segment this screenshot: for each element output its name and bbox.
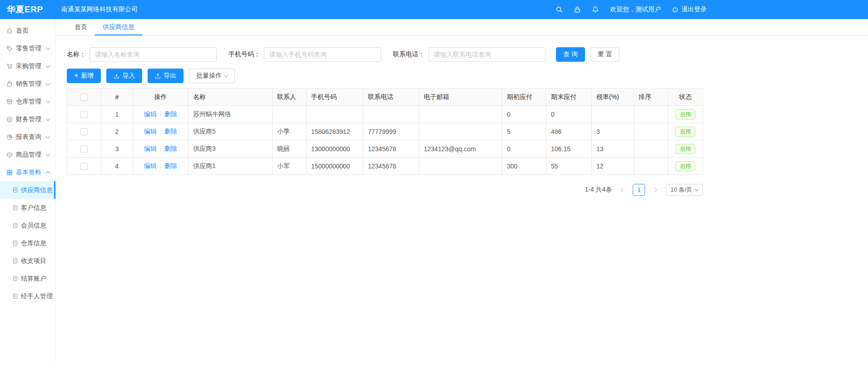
col-tel: 联系电话 xyxy=(363,89,419,106)
bell-icon[interactable] xyxy=(592,6,599,13)
row-checkbox[interactable] xyxy=(80,111,88,118)
tel-filter-input[interactable] xyxy=(428,47,546,62)
cell-phone xyxy=(307,106,363,123)
sidebar-subitem-warehouse-info[interactable]: 仓库信息 xyxy=(0,234,55,252)
edit-link[interactable]: 编辑 xyxy=(144,162,157,169)
sidebar-item-label: 采购管理 xyxy=(16,62,41,70)
sidebar-subitem-handler-management[interactable]: 经手人管理 xyxy=(0,287,55,305)
sidebar-subitem-supplier-info[interactable]: 供应商信息 xyxy=(0,181,55,199)
sidebar-item-retail[interactable]: 零售管理 xyxy=(0,40,55,57)
status-badge[interactable]: 启用 xyxy=(675,161,695,171)
sidebar-subitem-income-expense[interactable]: 收支项目 xyxy=(0,252,55,270)
export-button[interactable]: 导出 xyxy=(148,69,184,83)
chevron-left-icon xyxy=(621,188,625,192)
export-icon xyxy=(155,73,161,79)
import-button[interactable]: 导入 xyxy=(106,69,142,83)
divider xyxy=(160,146,161,152)
table-row: 4 编辑删除 供应商1 小军 15000000000 12345678 300 … xyxy=(67,158,703,175)
sidebar-item-home[interactable]: 首页 xyxy=(0,22,55,40)
cell-tel xyxy=(363,106,419,123)
sidebar-subitem-label: 收支项目 xyxy=(21,257,46,265)
cell-phone: 15806283912 xyxy=(307,123,363,140)
chevron-down-icon xyxy=(46,116,50,121)
cell-tax: 3 xyxy=(592,123,634,140)
chevron-down-icon xyxy=(695,187,699,191)
sidebar-subitem-settlement-account[interactable]: 结算账户 xyxy=(0,270,55,287)
status-badge[interactable]: 启用 xyxy=(675,127,695,137)
cell-email xyxy=(419,106,502,123)
doc-icon xyxy=(12,223,18,228)
name-filter-input[interactable] xyxy=(89,47,217,62)
page-size-label: 10 条/页 xyxy=(670,186,692,194)
delete-link[interactable]: 删除 xyxy=(164,162,177,169)
sidebar-item-finance[interactable]: 财务管理 xyxy=(0,110,55,128)
sidebar-item-purchase[interactable]: 采购管理 xyxy=(0,57,55,75)
logout-button[interactable]: 退出登录 xyxy=(672,5,707,14)
sidebar-item-reports[interactable]: 报表查询 xyxy=(0,128,55,146)
doc-icon xyxy=(12,258,18,264)
prev-page-button[interactable] xyxy=(616,184,628,196)
lock-icon[interactable] xyxy=(574,6,581,13)
cell-phone: 13000000000 xyxy=(307,140,363,158)
row-checkbox[interactable] xyxy=(80,128,88,135)
sidebar-item-label: 财务管理 xyxy=(16,115,41,124)
sidebar-item-label: 仓库管理 xyxy=(16,98,41,106)
row-checkbox[interactable] xyxy=(80,163,88,170)
status-badge[interactable]: 启用 xyxy=(675,144,695,154)
cube-icon xyxy=(6,152,13,158)
toolbar: + 新增 导入 导出 批量操作 xyxy=(67,69,857,83)
edit-link[interactable]: 编辑 xyxy=(144,145,157,152)
cell-tax xyxy=(592,106,634,123)
add-button[interactable]: + 新增 xyxy=(67,69,101,83)
reset-button[interactable]: 重 置 xyxy=(590,47,620,62)
import-button-label: 导入 xyxy=(122,72,135,80)
tab-supplier-info[interactable]: 供应商信息 xyxy=(95,19,142,35)
delete-link[interactable]: 删除 xyxy=(164,145,177,152)
search-icon[interactable] xyxy=(556,6,563,13)
sidebar-subitem-label: 经手人管理 xyxy=(21,292,53,301)
edit-link[interactable]: 编辑 xyxy=(144,128,157,135)
sidebar-item-warehouse[interactable]: 仓库管理 xyxy=(0,93,55,110)
cell-name: 苏州蜗牛网络 xyxy=(188,106,273,123)
table-row: 1 编辑删除 苏州蜗牛网络 0 0 启用 xyxy=(67,106,703,123)
status-badge[interactable]: 启用 xyxy=(675,109,695,119)
phone-filter-label: 手机号码： xyxy=(228,50,260,59)
filter-row: 名称： 手机号码： 联系电话： 查 询 重 置 xyxy=(67,47,857,62)
edit-link[interactable]: 编辑 xyxy=(144,110,157,118)
table-row: 3 编辑删除 供应商3 晓丽 13000000000 12345678 1234… xyxy=(67,140,703,158)
cell-tel: 77779999 xyxy=(363,123,419,140)
topbar-actions: 欢迎您，测试用户 退出登录 xyxy=(556,0,707,19)
page-number[interactable]: 1 xyxy=(633,184,645,196)
page-size-select[interactable]: 10 条/页 xyxy=(666,184,703,196)
delete-link[interactable]: 删除 xyxy=(164,128,177,135)
next-page-button[interactable] xyxy=(650,184,661,196)
sidebar-subitem-customer-info[interactable]: 客户信息 xyxy=(0,199,55,217)
home-icon xyxy=(6,28,13,34)
chevron-down-icon xyxy=(46,45,50,50)
cell-name: 供应商5 xyxy=(188,123,273,140)
col-actions: 操作 xyxy=(133,89,188,106)
sidebar-item-basic-data[interactable]: 基本资料 xyxy=(0,163,55,181)
sidebar-item-sales[interactable]: 销售管理 xyxy=(0,75,55,93)
sidebar-subitem-label: 仓库信息 xyxy=(21,239,46,247)
cart-icon xyxy=(6,63,13,69)
delete-link[interactable]: 删除 xyxy=(164,110,177,118)
app-logo[interactable]: 华夏ERP xyxy=(0,4,56,15)
row-checkbox[interactable] xyxy=(80,145,88,153)
cell-begin: 0 xyxy=(502,106,546,123)
tab-home[interactable]: 首页 xyxy=(67,19,95,35)
chevron-right-icon xyxy=(653,188,657,192)
doc-icon xyxy=(12,293,18,299)
doc-icon xyxy=(12,187,18,193)
search-button[interactable]: 查 询 xyxy=(556,47,585,62)
sidebar-subitem-member-info[interactable]: 会员信息 xyxy=(0,217,55,234)
grid-icon xyxy=(6,169,13,176)
doc-icon xyxy=(12,276,18,282)
batch-actions-button[interactable]: 批量操作 xyxy=(189,69,235,83)
sidebar-item-goods[interactable]: 商品管理 xyxy=(0,146,55,163)
phone-filter-input[interactable] xyxy=(264,47,381,62)
logout-icon xyxy=(672,6,679,13)
col-phone: 手机号码 xyxy=(307,89,363,106)
batch-actions-label: 批量操作 xyxy=(196,72,222,80)
select-all-checkbox[interactable] xyxy=(80,94,88,101)
